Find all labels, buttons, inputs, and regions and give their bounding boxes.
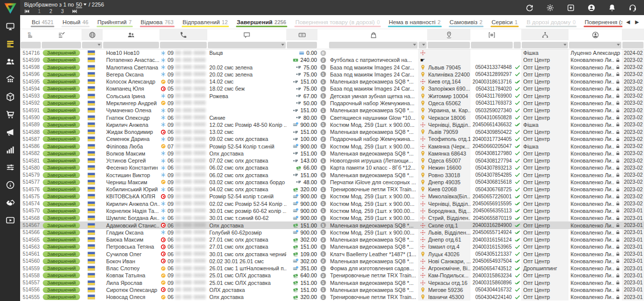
tabs-scroll-left-icon[interactable]: ◀ <box>626 19 630 25</box>
tracking-column-header[interactable] <box>470 29 513 40</box>
sidebar-item-marketing-megaphone[interactable] <box>0 123 20 141</box>
table-row[interactable]: 514570ЗавершенийКорнелюк Надія Та...0900… <box>20 207 644 214</box>
table-row[interactable]: 514581ЗавершенийУстинов Сергей0600 000 0… <box>20 157 644 164</box>
tracking-status-column-header[interactable] <box>513 29 521 40</box>
delivery-filter[interactable] <box>418 40 427 49</box>
table-row[interactable]: 514565ЗавершенийБаюка Максим0600 000 000… <box>20 236 644 243</box>
sidebar-item-products-box[interactable] <box>0 88 20 106</box>
table-row[interactable]: 514593ЗавершенийСольська Ірина0900 000 0… <box>20 93 644 100</box>
table-row[interactable]: 514596ЗавершенийВегера Оксана0900 000 00… <box>20 71 644 78</box>
channel-column-header[interactable] <box>521 29 569 40</box>
app-logo-icon[interactable] <box>4 2 17 15</box>
city-column-header[interactable] <box>427 29 470 40</box>
table-row[interactable]: 514574ЗавершенийКирилич Анжела Ол...0900… <box>20 200 644 207</box>
table-row[interactable]: 514556ЗавершенийСиротюк Олександр0900 00… <box>20 286 644 293</box>
table-row[interactable]: 514591ЗавершенийЧумаченко Олена0900 000 … <box>20 107 644 114</box>
table-row[interactable]: 514588ЗавершенийЖидак Володимир0600 000 … <box>20 128 644 135</box>
tab-повернення-товару-в-дорозі-[interactable]: Повернення товару (в дорозі)0 <box>291 15 384 29</box>
status-filter[interactable] <box>41 40 82 49</box>
refresh-icon[interactable] <box>525 4 534 12</box>
city-filter[interactable] <box>427 40 470 49</box>
table-row[interactable]: 514587ЗавершенийСеменюк Дарина0900 000 0… <box>20 135 644 142</box>
sidebar-item-partners-handshake[interactable] <box>0 194 20 211</box>
sidebar-item-statistics-chart[interactable] <box>0 141 20 159</box>
table-row[interactable]: 514557ЗавершенийЛила Ярослав0900 000 000… <box>20 279 644 286</box>
sidebar-item-dashboard-monitor[interactable] <box>0 18 20 35</box>
tracking-filter[interactable] <box>470 40 513 49</box>
tab-прийнятий[interactable]: Прийнятий7 <box>93 15 136 29</box>
product-filter[interactable] <box>329 40 418 49</box>
payment-column-header[interactable] <box>286 29 317 40</box>
page-3-button[interactable]: 3 <box>60 9 64 14</box>
settings-gear-icon[interactable] <box>546 4 554 12</box>
tab-всі[interactable]: Всі4521 <box>27 15 58 29</box>
sidebar-item-marketplace-store[interactable] <box>0 70 20 88</box>
support-headset-icon[interactable] <box>628 4 637 12</box>
table-row[interactable]: 514560ЗавершенийБокоч Иван0900 000 00000… <box>20 258 644 265</box>
delivery-column-header[interactable] <box>418 29 427 40</box>
table-row[interactable]: 514594ЗавершенийКомпанец Юля0500 000 000… <box>20 85 644 92</box>
table-row[interactable]: 514566ЗавершенийГладик Оксана0900 000 00… <box>20 229 644 236</box>
tab-новый[interactable]: Новый46 <box>58 15 93 29</box>
product-column-header[interactable] <box>329 29 418 40</box>
table-row[interactable]: 514586ЗавершенийФіліпова Люба0700 000 00… <box>20 142 644 149</box>
sidebar-item-info[interactable] <box>0 176 20 194</box>
sidebar-item-clients[interactable] <box>0 53 20 70</box>
table-row[interactable]: 514598ЗавершенийМалютина Светлана0900 00… <box>20 64 644 71</box>
add-order-icon[interactable] <box>567 4 575 12</box>
table-row[interactable]: 514558ЗавершенийКовпак Татьяна0900 000 0… <box>20 272 644 279</box>
phone-column-header[interactable] <box>159 29 207 40</box>
manager-column-header[interactable] <box>569 29 622 40</box>
sidebar-item-procurement-cart[interactable] <box>0 106 20 123</box>
channel-filter[interactable] <box>521 40 569 49</box>
profile-icon[interactable] <box>587 4 596 12</box>
country-filter[interactable] <box>82 40 103 49</box>
client-column-header[interactable] <box>103 29 159 40</box>
table-row[interactable]: 514590ЗавершенийГнатюк Олексндр0600 000 … <box>20 114 644 121</box>
table-row[interactable]: 514579ЗавершенийКостишин Виктор0900 000 … <box>20 172 644 179</box>
status-column-header[interactable] <box>41 29 82 40</box>
payment-filter[interactable] <box>286 40 317 49</box>
table-row[interactable]: 514568ЗавершенийШумляс Богдана Ан...0600… <box>20 214 644 221</box>
tab-сервіси[interactable]: Сервіси1 <box>487 15 522 29</box>
table-row[interactable]: 514589ЗавершенийКирилич Анжела0900 000 0… <box>20 121 644 128</box>
tabs-scroll-right-icon[interactable]: ▶ <box>635 19 639 25</box>
tab-самовивіз[interactable]: Самовивіз2 <box>445 15 487 29</box>
tracking-status-filter[interactable] <box>513 40 521 49</box>
table-row[interactable]: 514599ЗавершенийПотапенко Анастас...0900… <box>20 56 644 63</box>
tab-завершений[interactable]: Завершений2256 <box>232 15 291 29</box>
sidebar-item-video-tutorials[interactable] <box>0 211 20 229</box>
date-filter[interactable] <box>622 40 644 49</box>
first-page-button[interactable] <box>24 9 30 14</box>
country-column-header[interactable] <box>82 29 103 40</box>
sidebar-item-settings-sliders[interactable] <box>0 159 20 176</box>
table-row[interactable]: 514577ЗавершенийЧерниш Максим0900 000 00… <box>20 179 644 186</box>
per-page-select[interactable]: 50 <box>76 2 87 8</box>
comment-filter[interactable] <box>207 40 286 49</box>
table-row[interactable]: 514582ЗавершенийВолков Максим0900 000 00… <box>20 150 644 157</box>
id-filter[interactable] <box>20 40 41 49</box>
table-row[interactable]: 514716ЗавершенийНов10 Нов100900 000 0000… <box>20 49 644 56</box>
id-column-header[interactable]: ID <box>20 29 41 40</box>
table-row[interactable]: 514595ЗавершенийКолосок Александр0900 00… <box>20 78 644 85</box>
table-row[interactable]: 514561ЗавершенийСучилов Олег0600 000 000… <box>20 250 644 257</box>
table-row[interactable]: 514555ЗавершенийНовосад Олеся0600 000 00… <box>20 293 644 300</box>
last-page-button[interactable] <box>72 9 77 14</box>
quantity-column-header[interactable] <box>317 29 329 40</box>
table-row[interactable]: 514575ЗавершенийКВІТОВСЬКА ЮЛІЯ0900 000 … <box>20 193 644 200</box>
page-2-button[interactable]: 2 <box>49 9 53 14</box>
page-1-button[interactable]: 1 <box>37 9 41 14</box>
notifications-bell-icon[interactable] <box>608 4 616 12</box>
manager-filter[interactable] <box>569 40 622 49</box>
table-row[interactable]: 514559ЗавершенийВлас Слотюу0600 000 0000… <box>20 265 644 272</box>
client-filter[interactable] <box>103 40 159 49</box>
table-row[interactable]: 514567ЗавершенийАдамовский Станис...0600… <box>20 221 644 229</box>
table-row[interactable]: 514576ЗавершенийКобилинський Юрий0600 00… <box>20 186 644 193</box>
phone-filter[interactable] <box>159 40 207 49</box>
comment-column-header[interactable] <box>207 29 286 40</box>
sidebar-item-orders-list[interactable] <box>0 35 20 53</box>
tab-відмова[interactable]: Відмова763 <box>136 15 178 29</box>
quantity-filter[interactable] <box>317 40 329 49</box>
tab-відправлений[interactable]: Відправлений12 <box>178 15 232 29</box>
tab-нема-в-наявності[interactable]: Нема в наявності2 <box>384 15 445 29</box>
